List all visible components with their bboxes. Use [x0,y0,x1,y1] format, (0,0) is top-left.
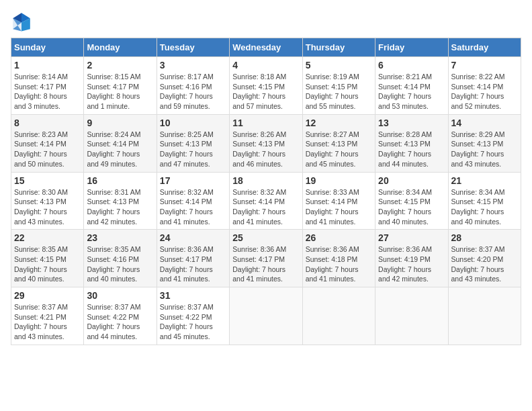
calendar-cell [448,287,521,345]
day-info: Sunrise: 8:22 AM Sunset: 4:14 PM Dayligh… [451,72,518,111]
day-info: Sunrise: 8:36 AM Sunset: 4:18 PM Dayligh… [306,244,372,284]
day-number: 21 [451,175,518,186]
weekday-header-thursday: Thursday [302,38,375,57]
calendar-cell: 10Sunrise: 8:25 AM Sunset: 4:13 PM Dayli… [157,114,229,172]
day-number: 17 [160,175,226,186]
calendar-week-row: 29Sunrise: 8:37 AM Sunset: 4:21 PM Dayli… [11,287,521,345]
day-number: 30 [87,290,153,301]
day-info: Sunrise: 8:32 AM Sunset: 4:14 PM Dayligh… [160,187,226,227]
calendar-cell: 26Sunrise: 8:36 AM Sunset: 4:18 PM Dayli… [302,230,375,287]
day-info: Sunrise: 8:33 AM Sunset: 4:14 PM Dayligh… [306,187,372,227]
day-number: 24 [160,232,226,243]
day-info: Sunrise: 8:34 AM Sunset: 4:15 PM Dayligh… [451,187,518,227]
day-number: 29 [14,290,81,301]
day-info: Sunrise: 8:24 AM Sunset: 4:14 PM Dayligh… [87,130,153,169]
day-number: 16 [87,175,153,186]
day-info: Sunrise: 8:35 AM Sunset: 4:16 PM Dayligh… [87,244,153,284]
page-header [11,11,521,32]
day-info: Sunrise: 8:29 AM Sunset: 4:13 PM Dayligh… [451,130,518,169]
day-info: Sunrise: 8:27 AM Sunset: 4:13 PM Dayligh… [306,130,372,169]
calendar-cell: 20Sunrise: 8:34 AM Sunset: 4:15 PM Dayli… [375,172,448,230]
day-number: 19 [306,175,372,186]
calendar-cell: 8Sunrise: 8:23 AM Sunset: 4:14 PM Daylig… [11,114,84,172]
calendar-cell: 7Sunrise: 8:22 AM Sunset: 4:14 PM Daylig… [448,57,521,115]
day-number: 6 [378,60,445,71]
day-number: 28 [451,232,518,243]
calendar-cell: 12Sunrise: 8:27 AM Sunset: 4:13 PM Dayli… [302,114,375,172]
calendar-cell: 11Sunrise: 8:26 AM Sunset: 4:13 PM Dayli… [230,114,302,172]
day-number: 1 [14,60,81,71]
calendar-cell: 31Sunrise: 8:37 AM Sunset: 4:22 PM Dayli… [157,287,229,345]
day-number: 8 [14,118,81,128]
day-number: 12 [306,118,372,128]
calendar-cell [375,287,448,345]
calendar-cell [230,287,302,345]
calendar-cell: 5Sunrise: 8:19 AM Sunset: 4:15 PM Daylig… [302,57,375,115]
calendar-cell: 21Sunrise: 8:34 AM Sunset: 4:15 PM Dayli… [448,172,521,230]
day-info: Sunrise: 8:31 AM Sunset: 4:13 PM Dayligh… [87,187,153,227]
day-number: 10 [160,118,226,128]
calendar-cell [302,287,375,345]
calendar-week-row: 22Sunrise: 8:35 AM Sunset: 4:15 PM Dayli… [11,230,521,287]
weekday-header-wednesday: Wednesday [230,38,302,57]
calendar-week-row: 1Sunrise: 8:14 AM Sunset: 4:17 PM Daylig… [11,57,521,115]
weekday-header-saturday: Saturday [448,38,521,57]
weekday-header-monday: Monday [84,38,157,57]
day-info: Sunrise: 8:37 AM Sunset: 4:22 PM Dayligh… [87,302,153,342]
calendar-cell: 29Sunrise: 8:37 AM Sunset: 4:21 PM Dayli… [11,287,84,345]
day-number: 13 [378,118,445,128]
calendar-cell: 13Sunrise: 8:28 AM Sunset: 4:13 PM Dayli… [375,114,448,172]
day-info: Sunrise: 8:25 AM Sunset: 4:13 PM Dayligh… [160,130,226,169]
calendar-cell: 27Sunrise: 8:36 AM Sunset: 4:19 PM Dayli… [375,230,448,287]
logo-icon [11,11,32,32]
calendar-cell: 25Sunrise: 8:36 AM Sunset: 4:17 PM Dayli… [230,230,302,287]
day-info: Sunrise: 8:37 AM Sunset: 4:20 PM Dayligh… [451,244,518,284]
day-number: 2 [87,60,153,71]
calendar-cell: 14Sunrise: 8:29 AM Sunset: 4:13 PM Dayli… [448,114,521,172]
calendar-cell: 19Sunrise: 8:33 AM Sunset: 4:14 PM Dayli… [302,172,375,230]
calendar-cell: 16Sunrise: 8:31 AM Sunset: 4:13 PM Dayli… [84,172,157,230]
day-number: 11 [232,118,299,128]
calendar-week-row: 15Sunrise: 8:30 AM Sunset: 4:13 PM Dayli… [11,172,521,230]
calendar-cell: 9Sunrise: 8:24 AM Sunset: 4:14 PM Daylig… [84,114,157,172]
calendar-cell: 4Sunrise: 8:18 AM Sunset: 4:15 PM Daylig… [230,57,302,115]
day-number: 26 [306,232,372,243]
day-number: 20 [378,175,445,186]
weekday-header-tuesday: Tuesday [157,38,229,57]
calendar-cell: 30Sunrise: 8:37 AM Sunset: 4:22 PM Dayli… [84,287,157,345]
day-info: Sunrise: 8:21 AM Sunset: 4:14 PM Dayligh… [378,72,445,111]
calendar-cell: 17Sunrise: 8:32 AM Sunset: 4:14 PM Dayli… [157,172,229,230]
day-info: Sunrise: 8:32 AM Sunset: 4:14 PM Dayligh… [232,187,299,227]
calendar-cell: 3Sunrise: 8:17 AM Sunset: 4:16 PM Daylig… [157,57,229,115]
day-info: Sunrise: 8:36 AM Sunset: 4:17 PM Dayligh… [160,244,226,284]
day-info: Sunrise: 8:19 AM Sunset: 4:15 PM Dayligh… [306,72,372,111]
day-info: Sunrise: 8:34 AM Sunset: 4:15 PM Dayligh… [378,187,445,227]
calendar-cell: 1Sunrise: 8:14 AM Sunset: 4:17 PM Daylig… [11,57,84,115]
day-number: 27 [378,232,445,243]
weekday-header-row: SundayMondayTuesdayWednesdayThursdayFrid… [11,38,521,57]
day-number: 23 [87,232,153,243]
calendar-cell: 6Sunrise: 8:21 AM Sunset: 4:14 PM Daylig… [375,57,448,115]
calendar-cell: 15Sunrise: 8:30 AM Sunset: 4:13 PM Dayli… [11,172,84,230]
day-info: Sunrise: 8:37 AM Sunset: 4:21 PM Dayligh… [14,302,81,342]
day-number: 15 [14,175,81,186]
day-info: Sunrise: 8:17 AM Sunset: 4:16 PM Dayligh… [160,72,226,111]
calendar-cell: 28Sunrise: 8:37 AM Sunset: 4:20 PM Dayli… [448,230,521,287]
weekday-header-sunday: Sunday [11,38,84,57]
day-info: Sunrise: 8:30 AM Sunset: 4:13 PM Dayligh… [14,187,81,227]
day-number: 9 [87,118,153,128]
day-number: 7 [451,60,518,71]
day-info: Sunrise: 8:37 AM Sunset: 4:22 PM Dayligh… [160,302,226,342]
day-info: Sunrise: 8:18 AM Sunset: 4:15 PM Dayligh… [232,72,299,111]
day-info: Sunrise: 8:15 AM Sunset: 4:17 PM Dayligh… [87,72,153,111]
calendar-cell: 2Sunrise: 8:15 AM Sunset: 4:17 PM Daylig… [84,57,157,115]
day-number: 14 [451,118,518,128]
day-info: Sunrise: 8:23 AM Sunset: 4:14 PM Dayligh… [14,130,81,169]
day-number: 18 [232,175,299,186]
day-info: Sunrise: 8:14 AM Sunset: 4:17 PM Dayligh… [14,72,81,111]
day-info: Sunrise: 8:35 AM Sunset: 4:15 PM Dayligh… [14,244,81,284]
day-number: 25 [232,232,299,243]
day-number: 5 [306,60,372,71]
day-number: 31 [160,290,226,301]
calendar-week-row: 8Sunrise: 8:23 AM Sunset: 4:14 PM Daylig… [11,114,521,172]
